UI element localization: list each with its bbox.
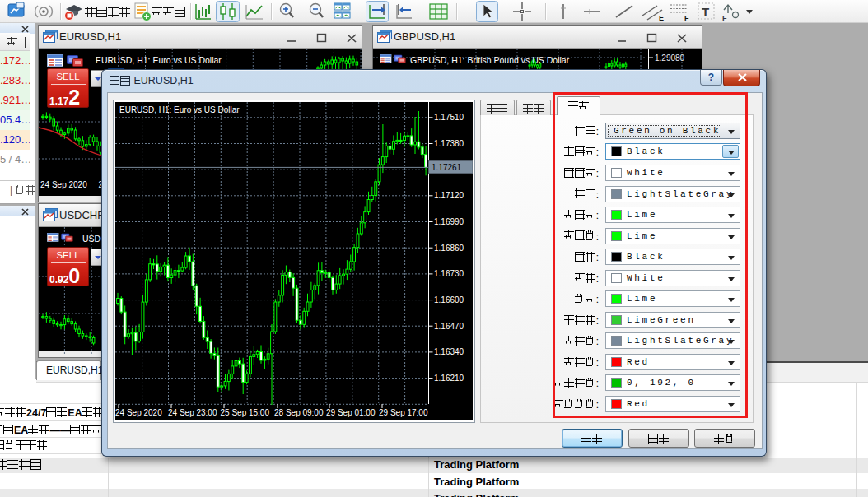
svg-text:25 Sep 15:00: 25 Sep 15:00 (221, 408, 270, 417)
svg-text:F: F (684, 14, 689, 22)
svg-text:1.16600: 1.16600 (434, 295, 464, 304)
svg-text:EURUSD, H1: Euro vs US Dollar: EURUSD, H1: Euro vs US Dollar (119, 105, 240, 114)
svg-text:1.16730: 1.16730 (434, 269, 464, 278)
svg-text:T: T (702, 5, 709, 19)
svg-text:1.16340: 1.16340 (434, 347, 464, 356)
svg-text:F: F (722, 14, 727, 22)
svg-text:28 Sep 09:00: 28 Sep 09:00 (274, 408, 324, 417)
svg-text:E: E (659, 14, 664, 22)
svg-text:1.17261: 1.17261 (432, 163, 462, 172)
svg-text:29 Sep 17:00: 29 Sep 17:00 (379, 408, 428, 417)
svg-text:1.16860: 1.16860 (434, 244, 464, 253)
svg-text:1.17380: 1.17380 (434, 139, 464, 148)
svg-text:29 Sep 01:00: 29 Sep 01:00 (326, 408, 376, 417)
svg-text:24 Sep 2020: 24 Sep 2020 (115, 408, 162, 417)
svg-text:1.29080: 1.29080 (655, 53, 685, 63)
svg-text:1.16470: 1.16470 (434, 322, 464, 331)
svg-text:1.17510: 1.17510 (434, 113, 464, 122)
svg-text:1.16990: 1.16990 (434, 217, 464, 226)
svg-text:24 Sep 23:00: 24 Sep 23:00 (168, 408, 217, 417)
svg-text:1.16210: 1.16210 (434, 374, 464, 383)
svg-text:1.17120: 1.17120 (434, 191, 464, 200)
